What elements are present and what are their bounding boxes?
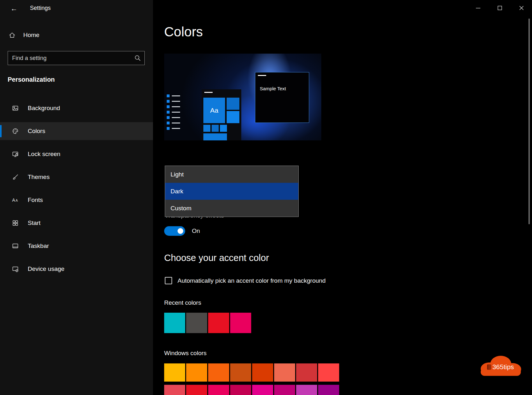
auto-accent-row: Automatically pick an accent color from …: [165, 277, 326, 284]
color-swatch[interactable]: [230, 363, 251, 382]
transparency-toggle[interactable]: [164, 226, 185, 236]
sidebar-item-start[interactable]: Start: [0, 214, 153, 232]
windows-colors-row-2: [164, 385, 340, 395]
svg-text:A: A: [12, 198, 15, 203]
preview-aa-tile: Aa: [203, 98, 225, 123]
brush-icon: [12, 174, 19, 181]
sidebar-item-label: Background: [28, 105, 60, 112]
color-swatch[interactable]: [318, 363, 339, 382]
color-swatch[interactable]: [252, 363, 273, 382]
palette-icon: [12, 128, 19, 135]
sidebar-item-device-usage[interactable]: Device usage: [0, 260, 153, 278]
dropdown-option-light[interactable]: Light: [165, 166, 298, 183]
sidebar-item-background[interactable]: Background: [0, 99, 153, 117]
logo-text: 365tips: [477, 363, 524, 371]
color-swatch[interactable]: [164, 313, 185, 333]
color-swatch[interactable]: [208, 385, 229, 395]
settings-window: ← Settings Home Personalization: [0, 0, 532, 395]
window-title: Settings: [30, 5, 51, 11]
sidebar-item-fonts[interactable]: A A Fonts: [0, 191, 153, 209]
sidebar-item-label: Device usage: [28, 265, 64, 272]
color-mode-dropdown: Light Dark Custom: [165, 166, 299, 217]
toggle-state-label: On: [192, 227, 200, 235]
sidebar-item-label: Colors: [28, 128, 45, 135]
minimize-button[interactable]: [471, 1, 485, 15]
toggle-knob: [178, 228, 183, 234]
color-swatch[interactable]: [164, 385, 185, 395]
sidebar: ← Settings Home Personalization: [0, 0, 153, 395]
auto-accent-checkbox[interactable]: [165, 277, 172, 284]
theme-preview-image: Aa Sample Text: [164, 54, 321, 140]
color-swatch[interactable]: [318, 385, 339, 395]
accent-color-heading: Choose your accent color: [164, 253, 269, 263]
windows-colors-label: Windows colors: [164, 350, 207, 357]
color-swatch[interactable]: [208, 313, 229, 333]
color-swatch[interactable]: [296, 363, 317, 382]
sidebar-item-colors[interactable]: Colors: [0, 122, 153, 140]
color-swatch[interactable]: [274, 385, 295, 395]
fonts-icon: A A: [12, 197, 19, 204]
transparency-toggle-row: On: [164, 226, 200, 236]
windows-colors-row-1: [164, 363, 340, 382]
color-swatch[interactable]: [164, 363, 185, 382]
maximize-button[interactable]: [492, 1, 507, 15]
lock-screen-icon: [12, 151, 19, 158]
sidebar-item-label: Fonts: [28, 197, 43, 204]
back-arrow-icon[interactable]: ←: [8, 3, 20, 14]
close-button[interactable]: [514, 1, 529, 15]
recent-colors-label: Recent colors: [164, 299, 201, 306]
search-input[interactable]: [8, 51, 145, 65]
svg-text:A: A: [16, 199, 18, 202]
dropdown-option-custom[interactable]: Custom: [165, 200, 298, 217]
color-swatch[interactable]: [186, 385, 207, 395]
office-icon: [487, 364, 491, 370]
preview-nav-list: [167, 94, 180, 132]
sidebar-item-themes[interactable]: Themes: [0, 168, 153, 186]
dropdown-option-dark[interactable]: Dark: [165, 183, 298, 200]
sidebar-item-label: Themes: [28, 174, 50, 181]
preview-sample-text: Sample Text: [260, 86, 286, 91]
sidebar-item-label: Home: [23, 32, 40, 39]
search-box: [8, 51, 145, 65]
color-swatch[interactable]: [186, 363, 207, 382]
logo-365tips: 365tips: [477, 354, 524, 378]
sidebar-item-lock-screen[interactable]: Lock screen: [0, 145, 153, 163]
color-swatch[interactable]: [274, 363, 295, 382]
color-swatch[interactable]: [186, 313, 207, 333]
recent-colors-row: [164, 313, 252, 333]
preview-start-menu: Aa: [202, 89, 241, 140]
color-swatch[interactable]: [230, 385, 251, 395]
sidebar-item-label: Start: [28, 220, 40, 227]
color-swatch[interactable]: [230, 313, 251, 333]
picture-icon: [12, 105, 19, 112]
scrollbar-thumb[interactable]: [528, 19, 530, 224]
sidebar-item-home[interactable]: Home: [4, 27, 145, 43]
color-swatch[interactable]: [252, 385, 273, 395]
start-grid-icon: [12, 220, 19, 227]
device-usage-icon: [12, 265, 19, 272]
auto-accent-label: Automatically pick an accent color from …: [178, 277, 326, 284]
color-swatch[interactable]: [296, 385, 317, 395]
window-controls: [464, 1, 529, 15]
sidebar-item-label: Lock screen: [28, 151, 60, 158]
sidebar-section-personalization: Personalization: [8, 76, 55, 83]
color-swatch[interactable]: [208, 363, 229, 382]
sidebar-item-label: Taskbar: [28, 242, 49, 250]
taskbar-icon: [12, 242, 19, 250]
page-title: Colors: [164, 24, 203, 40]
preview-sample-window: Sample Text: [255, 72, 309, 123]
home-icon: [9, 32, 16, 39]
sidebar-item-taskbar[interactable]: Taskbar: [0, 237, 153, 255]
